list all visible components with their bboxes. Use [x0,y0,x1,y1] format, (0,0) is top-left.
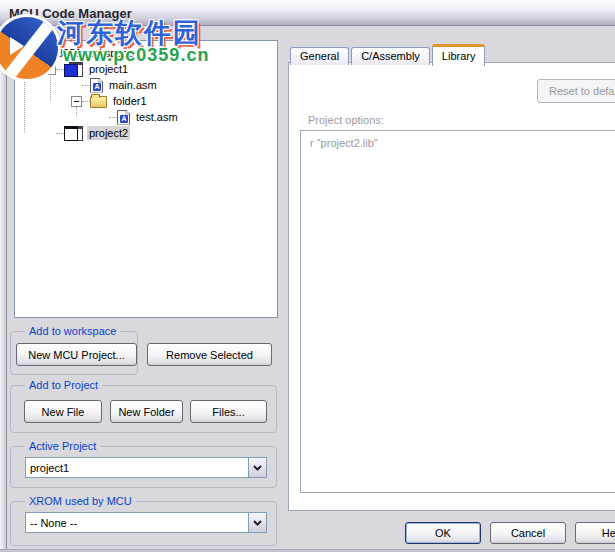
tree-item-label[interactable]: main.asm [107,78,159,92]
tree-item-main-asm[interactable]: A main.asm [15,77,277,93]
ok-button[interactable]: OK [405,522,481,544]
tree-item-project2[interactable]: project2 [15,125,277,141]
group-title: Add to Project [25,379,102,391]
active-project-combobox[interactable]: project1 [25,457,267,478]
new-folder-button[interactable]: New Folder [110,400,183,423]
tree-item-folder1[interactable]: folder1 [15,93,277,109]
reset-to-default-button[interactable]: Reset to default [537,79,615,103]
group-title: XROM used by MCU [25,495,136,507]
tree-item-label[interactable]: test.asm [134,110,180,124]
group-title: Add to workspace [25,325,120,337]
workspace-tree: M 8051workspace project1 A main.asm fold… [14,40,278,318]
folder-icon [90,96,107,108]
xrom-combobox[interactable]: -- None -- [25,512,267,533]
tree-item-test-asm[interactable]: A test.asm [15,109,277,125]
tab-general[interactable]: General [290,47,349,65]
tree-item-label[interactable]: folder1 [111,94,149,108]
tab-bar: General C/Assembly Library [290,44,487,65]
files-button[interactable]: Files... [190,400,267,423]
tab-library[interactable]: Library [432,44,486,66]
combobox-value: -- None -- [26,517,248,529]
help-button[interactable]: Help [575,522,615,544]
mcu-code-manager-dialog: { "window": { "title": "MCU Code Manager… [0,0,615,552]
collapse-minus-icon[interactable] [71,96,82,107]
tab-c-assembly[interactable]: C/Assembly [351,47,430,65]
project-options-label: Project options: [308,114,384,126]
window-left-frame [0,26,7,552]
remove-selected-button[interactable]: Remove Selected [147,343,272,366]
chevron-down-icon[interactable] [248,458,266,477]
group-title: Active Project [25,440,100,452]
chevron-down-icon[interactable] [248,513,266,532]
watermark-site-url: www.pc0359.cn [63,45,209,66]
cancel-button[interactable]: Cancel [490,522,566,544]
project-options-textarea[interactable]: r "project2.lib" [300,130,615,493]
new-file-button[interactable]: New File [24,400,102,423]
project-icon [64,126,83,141]
asm-file-icon: A [117,110,130,125]
tree-item-label-selected[interactable]: project2 [87,126,130,140]
combobox-value: project1 [26,462,248,474]
asm-file-icon: A [90,78,103,93]
new-mcu-project-button[interactable]: New MCU Project... [16,343,137,366]
